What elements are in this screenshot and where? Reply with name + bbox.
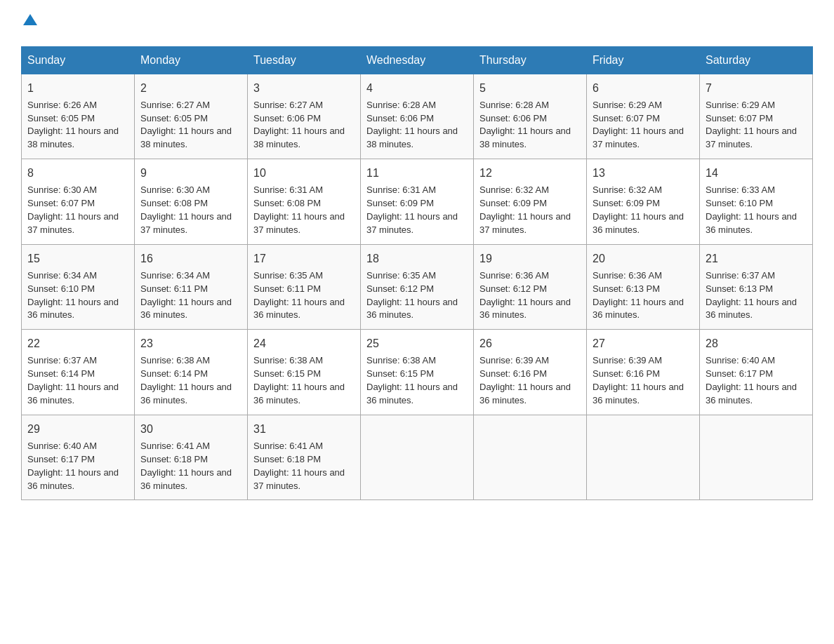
calendar-week-row: 8Sunrise: 6:30 AMSunset: 6:07 PMDaylight… xyxy=(22,159,813,245)
calendar-cell: 11Sunrise: 6:31 AMSunset: 6:09 PMDayligh… xyxy=(361,159,474,245)
sunrise-text: Sunrise: 6:39 AM xyxy=(593,355,662,365)
sunrise-text: Sunrise: 6:31 AM xyxy=(366,185,436,195)
sunset-text: Sunset: 6:08 PM xyxy=(253,198,321,208)
calendar-week-row: 15Sunrise: 6:34 AMSunset: 6:10 PMDayligh… xyxy=(22,244,813,330)
calendar-cell: 31Sunrise: 6:41 AMSunset: 6:18 PMDayligh… xyxy=(248,415,361,500)
daylight-text: Daylight: 11 hours and 37 minutes. xyxy=(140,211,232,235)
daylight-text: Daylight: 11 hours and 36 minutes. xyxy=(140,467,232,491)
daylight-text: Daylight: 11 hours and 38 minutes. xyxy=(140,126,232,149)
sunrise-text: Sunrise: 6:28 AM xyxy=(366,100,436,110)
daylight-text: Daylight: 11 hours and 37 minutes. xyxy=(479,211,571,235)
sunrise-text: Sunrise: 6:37 AM xyxy=(27,355,97,365)
daylight-text: Daylight: 11 hours and 37 minutes. xyxy=(593,126,684,149)
sunset-text: Sunset: 6:12 PM xyxy=(479,283,547,294)
sunrise-text: Sunrise: 6:39 AM xyxy=(479,355,549,365)
day-number: 18 xyxy=(366,250,468,267)
day-number: 24 xyxy=(253,335,355,351)
column-header-tuesday: Tuesday xyxy=(248,46,361,74)
day-number: 22 xyxy=(27,335,128,351)
sunrise-text: Sunrise: 6:38 AM xyxy=(366,355,436,365)
sunset-text: Sunset: 6:06 PM xyxy=(366,113,434,123)
sunset-text: Sunset: 6:10 PM xyxy=(706,198,773,208)
sunrise-text: Sunrise: 6:27 AM xyxy=(140,100,210,110)
day-number: 30 xyxy=(140,421,241,437)
sunrise-text: Sunrise: 6:29 AM xyxy=(593,100,662,110)
sunrise-text: Sunrise: 6:30 AM xyxy=(27,185,97,195)
day-number: 26 xyxy=(479,335,581,351)
calendar-cell: 8Sunrise: 6:30 AMSunset: 6:07 PMDaylight… xyxy=(22,159,135,245)
day-number: 28 xyxy=(706,335,807,351)
calendar-cell: 13Sunrise: 6:32 AMSunset: 6:09 PMDayligh… xyxy=(587,159,700,245)
calendar-table: SundayMondayTuesdayWednesdayThursdayFrid… xyxy=(21,46,813,501)
sunrise-text: Sunrise: 6:27 AM xyxy=(253,100,323,110)
calendar-cell: 28Sunrise: 6:40 AMSunset: 6:17 PMDayligh… xyxy=(700,330,813,415)
column-header-saturday: Saturday xyxy=(700,46,813,74)
day-number: 15 xyxy=(27,250,128,267)
calendar-cell: 21Sunrise: 6:37 AMSunset: 6:13 PMDayligh… xyxy=(700,244,813,330)
calendar-cell: 5Sunrise: 6:28 AMSunset: 6:06 PMDaylight… xyxy=(474,74,587,159)
calendar-week-row: 29Sunrise: 6:40 AMSunset: 6:17 PMDayligh… xyxy=(22,415,813,500)
daylight-text: Daylight: 11 hours and 36 minutes. xyxy=(479,297,571,321)
sunset-text: Sunset: 6:16 PM xyxy=(479,368,547,379)
logo-block xyxy=(21,14,38,32)
sunrise-text: Sunrise: 6:32 AM xyxy=(479,185,549,195)
sunrise-text: Sunrise: 6:41 AM xyxy=(140,441,210,451)
daylight-text: Daylight: 11 hours and 36 minutes. xyxy=(140,297,232,321)
day-number: 25 xyxy=(366,335,468,351)
calendar-cell: 30Sunrise: 6:41 AMSunset: 6:18 PMDayligh… xyxy=(135,415,248,500)
sunset-text: Sunset: 6:14 PM xyxy=(140,368,208,379)
day-number: 31 xyxy=(253,421,355,437)
sunset-text: Sunset: 6:10 PM xyxy=(27,283,95,294)
day-number: 19 xyxy=(479,250,581,267)
sunrise-text: Sunrise: 6:40 AM xyxy=(27,441,97,451)
day-number: 14 xyxy=(706,165,807,181)
sunset-text: Sunset: 6:07 PM xyxy=(706,113,773,123)
column-header-wednesday: Wednesday xyxy=(361,46,474,74)
day-number: 13 xyxy=(593,165,694,181)
calendar-cell: 4Sunrise: 6:28 AMSunset: 6:06 PMDaylight… xyxy=(361,74,474,159)
sunset-text: Sunset: 6:13 PM xyxy=(706,283,773,294)
day-number: 9 xyxy=(140,165,241,181)
calendar-cell: 12Sunrise: 6:32 AMSunset: 6:09 PMDayligh… xyxy=(474,159,587,245)
sunrise-text: Sunrise: 6:40 AM xyxy=(706,355,775,365)
sunset-text: Sunset: 6:06 PM xyxy=(253,113,321,123)
sunset-text: Sunset: 6:05 PM xyxy=(27,113,95,123)
sunset-text: Sunset: 6:17 PM xyxy=(706,368,773,379)
day-number: 21 xyxy=(706,250,807,267)
sunset-text: Sunset: 6:06 PM xyxy=(479,113,547,123)
sunset-text: Sunset: 6:05 PM xyxy=(140,113,208,123)
sunset-text: Sunset: 6:17 PM xyxy=(27,454,95,464)
column-header-monday: Monday xyxy=(135,46,248,74)
calendar-cell: 1Sunrise: 6:26 AMSunset: 6:05 PMDaylight… xyxy=(22,74,135,159)
calendar-cell: 14Sunrise: 6:33 AMSunset: 6:10 PMDayligh… xyxy=(700,159,813,245)
calendar-week-row: 1Sunrise: 6:26 AMSunset: 6:05 PMDaylight… xyxy=(22,74,813,159)
calendar-cell: 26Sunrise: 6:39 AMSunset: 6:16 PMDayligh… xyxy=(474,330,587,415)
daylight-text: Daylight: 11 hours and 36 minutes. xyxy=(479,382,571,405)
sunrise-text: Sunrise: 6:38 AM xyxy=(253,355,323,365)
sunset-text: Sunset: 6:11 PM xyxy=(140,283,208,294)
calendar-week-row: 22Sunrise: 6:37 AMSunset: 6:14 PMDayligh… xyxy=(22,330,813,415)
day-number: 5 xyxy=(479,80,581,96)
calendar-cell xyxy=(700,415,813,500)
sunrise-text: Sunrise: 6:30 AM xyxy=(140,185,210,195)
calendar-cell: 6Sunrise: 6:29 AMSunset: 6:07 PMDaylight… xyxy=(587,74,700,159)
column-header-friday: Friday xyxy=(587,46,700,74)
day-number: 29 xyxy=(27,421,128,437)
daylight-text: Daylight: 11 hours and 38 minutes. xyxy=(253,126,345,149)
daylight-text: Daylight: 11 hours and 36 minutes. xyxy=(593,297,684,321)
calendar-cell: 20Sunrise: 6:36 AMSunset: 6:13 PMDayligh… xyxy=(587,244,700,330)
calendar-cell: 29Sunrise: 6:40 AMSunset: 6:17 PMDayligh… xyxy=(22,415,135,500)
sunrise-text: Sunrise: 6:34 AM xyxy=(27,270,97,281)
sunset-text: Sunset: 6:18 PM xyxy=(140,454,208,464)
sunset-text: Sunset: 6:08 PM xyxy=(140,198,208,208)
sunset-text: Sunset: 6:12 PM xyxy=(366,283,434,294)
day-number: 11 xyxy=(366,165,468,181)
calendar-cell: 7Sunrise: 6:29 AMSunset: 6:07 PMDaylight… xyxy=(700,74,813,159)
sunrise-text: Sunrise: 6:35 AM xyxy=(366,270,436,281)
day-number: 12 xyxy=(479,165,581,181)
sunrise-text: Sunrise: 6:31 AM xyxy=(253,185,323,195)
sunrise-text: Sunrise: 6:33 AM xyxy=(706,185,775,195)
sunrise-text: Sunrise: 6:29 AM xyxy=(706,100,775,110)
logo-triangle-icon xyxy=(22,13,38,28)
day-number: 4 xyxy=(366,80,468,96)
